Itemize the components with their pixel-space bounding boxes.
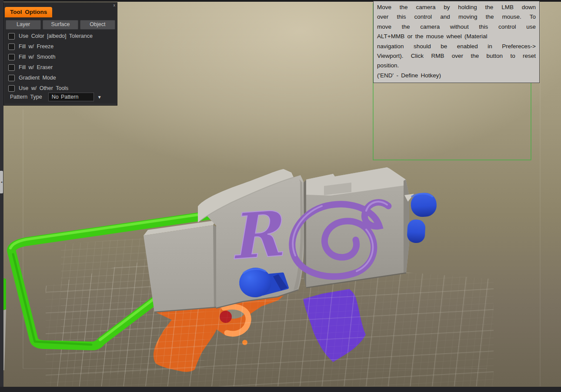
checkbox[interactable]	[8, 33, 15, 40]
checkbox-label: Gradient Mode	[19, 75, 56, 81]
tool-options-title-tab[interactable]: Tool Options	[5, 7, 52, 17]
tooltip-line: over this control and moving the mouse. …	[377, 12, 536, 22]
tooltip-line: ALT+MMB or the mouse wheel (Material	[377, 32, 536, 41]
pattern-type-dropdown[interactable]: No Pattern	[48, 93, 94, 101]
tooltip-line: position.	[377, 61, 536, 70]
checkbox[interactable]	[8, 43, 15, 50]
checkbox[interactable]	[8, 64, 15, 71]
checkbox-row: Fill w/ Smooth	[7, 52, 115, 62]
checkbox-label: Fill w/ Eraser	[19, 64, 53, 70]
close-icon[interactable]: x	[114, 3, 116, 7]
app-window: R ◂ x Tool Options Layer Surface Objec	[0, 0, 561, 392]
tooltip-line: Viewport). Click RMB over the button to …	[377, 51, 536, 61]
tool-options-panel: x Tool Options Layer Surface Object Use …	[3, 2, 117, 106]
tooltip-line: Move the camera by holding the LMB down	[377, 3, 536, 12]
panel-divider	[5, 104, 116, 104]
checkbox-row: Fill w/ Freeze	[7, 41, 115, 52]
tooltip-line: navigation should be enabled in Preferec…	[377, 42, 536, 51]
bottom-frame-bar	[0, 387, 561, 392]
tab-button[interactable]: Layer	[6, 20, 41, 30]
chevron-down-icon[interactable]: ▼	[97, 95, 102, 100]
tab-button[interactable]: Object	[80, 20, 115, 30]
model-stock-mount-block	[144, 220, 216, 312]
checkbox-row: Fill w/ Eraser	[7, 62, 115, 73]
svg-text:R: R	[227, 197, 287, 274]
checkbox[interactable]	[8, 75, 15, 81]
tool-options-tabs: Layer Surface Object	[6, 20, 115, 30]
checkbox-label: Use w/ Other Tools	[19, 85, 68, 91]
tooltip-line: move the camera without this control use	[377, 22, 536, 32]
checkbox-label: Fill w/ Smooth	[19, 54, 56, 60]
checkbox-row: Use Color [albedo] Tolerance	[7, 31, 115, 41]
pattern-type-label: Pattern Type	[10, 94, 42, 100]
tool-options-checkboxes: Use Color [albedo] Tolerance Fill w/ Fre…	[7, 31, 115, 93]
tab-button[interactable]: Surface	[43, 20, 78, 30]
left-panel-collapse-handle[interactable]: ◂	[0, 171, 3, 193]
checkbox[interactable]	[8, 85, 15, 92]
tooltip-line: ('END' - Define Hotkey)	[377, 71, 536, 80]
left-dock-strip	[0, 0, 3, 392]
checkbox-row: Gradient Mode	[7, 73, 115, 83]
camera-help-tooltip: Move the camera by holding the LMB down …	[373, 1, 540, 83]
checkbox-label: Use Color [albedo] Tolerance	[19, 33, 93, 39]
checkbox-label: Fill w/ Freeze	[19, 43, 53, 50]
pattern-type-row: Pattern Type No Pattern ▼	[7, 93, 115, 101]
model-decal-letter-r: R	[227, 197, 287, 274]
checkbox-row: Use w/ Other Tools	[7, 83, 115, 93]
checkbox[interactable]	[8, 54, 15, 60]
